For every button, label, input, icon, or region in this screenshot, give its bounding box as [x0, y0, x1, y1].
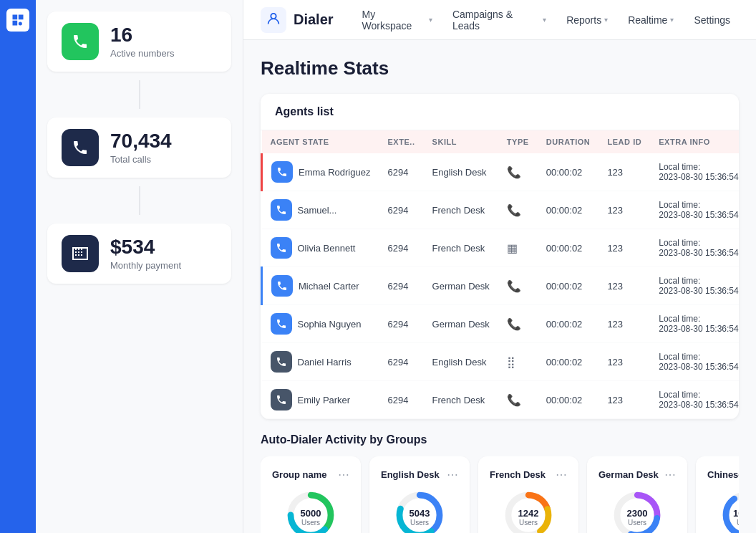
agent-type: 📞 [498, 153, 538, 191]
agent-type: ⣿ [498, 343, 538, 381]
agent-lead-id: 123 [598, 229, 650, 267]
agent-ext: 6294 [379, 343, 423, 381]
auto-dialer-section-title: Auto-Dialer Activity by Groups [261, 433, 739, 446]
agent-duration: 00:00:02 [538, 191, 599, 229]
group-menu-icon[interactable]: ⋯ [664, 468, 676, 481]
type-phone-icon: 📞 [507, 318, 521, 330]
nav-logo-area: Dialer [261, 7, 334, 33]
monthly-payment-label: Monthly payment [110, 260, 181, 271]
total-calls-icon [62, 129, 99, 166]
col-duration: DURATION [538, 130, 599, 153]
nav-item-campaigns-leads[interactable]: Campaigns & Leads ▾ [444, 3, 555, 37]
agent-duration: 00:00:02 [538, 229, 599, 267]
agent-name: Emma Rodriguez [299, 167, 370, 178]
donut-chart: 2300 Users [605, 490, 669, 533]
agent-ext: 6294 [379, 381, 423, 419]
group-card-name: German Desk [598, 469, 659, 480]
stat-card-total-calls: 70,434 Total calls [47, 117, 231, 178]
monthly-payment-icon [62, 235, 99, 272]
monthly-payment-info: $534 Monthly payment [110, 236, 181, 271]
agent-lead-id: 123 [598, 305, 650, 343]
col-skill: SKILL [424, 130, 498, 153]
agent-avatar [271, 313, 292, 335]
agents-table-title: Agents list [275, 105, 334, 117]
agent-extra-info: Local time:2023-08-30 15:36:54 [650, 267, 739, 305]
agent-extra-info: Local time:2023-08-30 15:36:54 [650, 229, 739, 267]
top-navigation: Dialer My Workspace ▾ Campaigns & Leads … [243, 0, 756, 40]
stat-card-monthly-payment: $534 Monthly payment [47, 224, 231, 284]
active-numbers-info: 16 Active numbers [110, 24, 175, 59]
agent-ext: 6294 [379, 305, 423, 343]
groups-row: Group name ⋯ 5000 Users English Desk ⋯ [261, 456, 739, 533]
active-numbers-icon [62, 23, 99, 60]
group-menu-icon[interactable]: ⋯ [338, 468, 349, 481]
group-card: Group name ⋯ 5000 Users [261, 456, 361, 533]
active-numbers-value: 16 [110, 24, 175, 47]
agent-skill: German Desk [424, 305, 498, 343]
agent-lead-id: 123 [598, 153, 650, 191]
agent-extra-info: Local time:2023-08-30 15:36:54 [650, 153, 739, 191]
total-calls-value: 70,434 [110, 130, 172, 153]
nav-item-realtime[interactable]: Realtime ▾ [619, 9, 682, 32]
agents-card-header: Agents list [261, 94, 739, 130]
agent-extra-info: Local time:2023-08-30 15:36:54 [650, 381, 739, 419]
agents-table: AGENT STATE EXTE.. SKILL TYPE DURATION L… [261, 130, 739, 419]
agent-name-cell: Emma Rodriguez [262, 153, 379, 191]
group-card-name: Group name [272, 469, 327, 480]
agent-ext: 6294 [379, 229, 423, 267]
table-row: Emma Rodriguez 6294 English Desk 📞 00:00… [262, 153, 740, 191]
type-dots-icon: ⣿ [507, 356, 515, 368]
agents-table-card: Agents list AGENT STATE EXTE.. SKILL TYP… [261, 94, 739, 419]
group-card: English Desk ⋯ 5043 Users [369, 456, 470, 533]
total-calls-label: Total calls [110, 154, 172, 165]
agent-name: Olivia Bennett [298, 243, 356, 254]
chevron-down-icon: ▾ [670, 16, 674, 24]
agent-name-cell: Olivia Bennett [262, 229, 379, 267]
sidebar-logo [6, 9, 29, 32]
agent-duration: 00:00:02 [538, 153, 599, 191]
monthly-payment-value: $534 [110, 236, 181, 259]
agent-ext: 6294 [379, 191, 423, 229]
group-menu-icon[interactable]: ⋯ [447, 468, 458, 481]
nav-item-settings[interactable]: Settings [685, 9, 739, 32]
agent-avatar [271, 199, 292, 221]
nav-items: My Workspace ▾ Campaigns & Leads ▾ Repor… [354, 3, 739, 37]
blue-sidebar-strip [0, 0, 36, 533]
agent-name: Emily Parker [298, 395, 351, 405]
group-card-name: Chinese Desk [707, 469, 739, 480]
table-row: Sophia Nguyen 6294 German Desk 📞 00:00:0… [262, 305, 740, 343]
type-phone-icon: 📞 [507, 204, 521, 216]
group-card: French Desk ⋯ 1242 Users [478, 456, 578, 533]
agent-extra-info: Local time:2023-08-30 15:36:54 [650, 305, 739, 343]
agent-skill: French Desk [424, 381, 498, 419]
donut-number: 5000 [301, 508, 321, 519]
table-header-row: AGENT STATE EXTE.. SKILL TYPE DURATION L… [262, 130, 740, 153]
agent-duration: 00:00:02 [538, 305, 599, 343]
agent-lead-id: 123 [598, 267, 650, 305]
chevron-down-icon: ▾ [543, 16, 546, 24]
agent-skill: French Desk [424, 229, 498, 267]
agent-skill: German Desk [424, 267, 498, 305]
agent-type: 📞 [498, 191, 538, 229]
agent-type: ▦ [498, 229, 538, 267]
stat-divider-1 [139, 80, 140, 109]
col-extra-info: EXTRA INFO [650, 130, 739, 153]
agent-name-cell: Daniel Harris [262, 343, 379, 381]
agent-duration: 00:00:02 [538, 267, 599, 305]
agent-duration: 00:00:02 [538, 343, 599, 381]
table-row: Olivia Bennett 6294 French Desk ▦ 00:00:… [262, 229, 740, 267]
agent-ext: 6294 [379, 267, 423, 305]
type-phone-icon: 📞 [507, 394, 521, 406]
agent-skill: English Desk [424, 153, 498, 191]
donut-number: 1242 [518, 508, 539, 519]
nav-item-my-workspace[interactable]: My Workspace ▾ [354, 3, 441, 37]
col-type: TYPE [498, 130, 538, 153]
nav-item-reports[interactable]: Reports ▾ [558, 9, 616, 32]
col-extension: EXTE.. [379, 130, 423, 153]
donut-chart: 5000 Users [278, 490, 343, 533]
table-row: Daniel Harris 6294 English Desk ⣿ 00:00:… [262, 343, 740, 381]
col-agent-state: AGENT STATE [262, 130, 379, 153]
donut-number: 2300 [627, 508, 648, 519]
group-menu-icon[interactable]: ⋯ [556, 468, 567, 481]
table-row: Samuel... 6294 French Desk 📞 00:00:02 12… [262, 191, 740, 229]
